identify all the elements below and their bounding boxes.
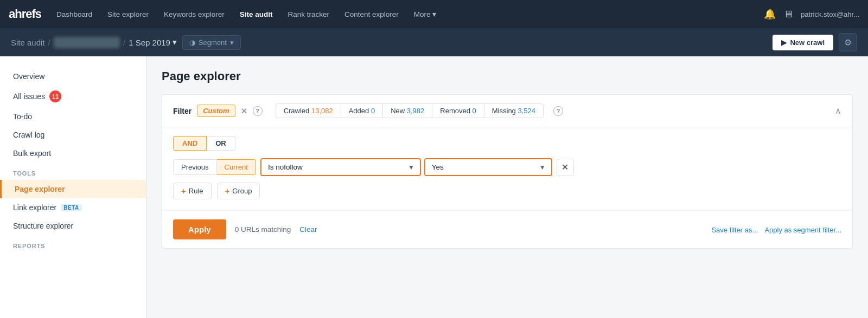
sidebar-item-crawl-log-label: Crawl log — [13, 131, 44, 139]
filter-chips: Crawled 13,082 Added 0 New 3,982 Removed… — [276, 103, 544, 118]
pie-icon: ◑ — [189, 38, 195, 47]
custom-tag[interactable]: Custom — [197, 105, 235, 117]
chip-removed-label: Removed — [440, 107, 472, 115]
filter-label: Filter — [173, 107, 192, 115]
nav-dashboard[interactable]: Dashboard — [50, 7, 99, 22]
breadcrumb-sep1: / — [48, 38, 50, 47]
add-rule-label: Rule — [189, 187, 203, 195]
sub-header-right: ▶ New crawl ⚙ — [773, 33, 857, 51]
chip-crawled-num: 13,082 — [311, 107, 333, 115]
filter-help2-icon[interactable]: ? — [553, 106, 563, 116]
breadcrumb-date[interactable]: 1 Sep 2019 ▾ — [129, 37, 177, 47]
watermark-area: Save filter as... Apply as segment filte… — [711, 225, 841, 233]
chip-crawled-label: Crawled — [284, 107, 311, 115]
sidebar-item-all-issues[interactable]: All issues 11 — [0, 86, 146, 107]
chevron-down-icon: ▾ — [230, 38, 234, 47]
previous-button[interactable]: Previous — [173, 159, 217, 175]
filter-help-icon[interactable]: ? — [253, 106, 263, 116]
play-icon: ▶ — [781, 38, 787, 47]
filter-chip-removed[interactable]: Removed 0 — [432, 103, 483, 118]
chip-missing-label: Missing — [492, 107, 518, 115]
filter-card: Filter Custom ✕ ? Crawled 13,082 Added 0… — [162, 94, 853, 249]
segment-button[interactable]: ◑ Segment ▾ — [182, 35, 241, 50]
nav-right: 🔔 🖥 patrick.stox@ahr... — [764, 8, 859, 20]
plus-group-icon: + — [225, 186, 230, 196]
sidebar-reports-section: REPORTS — [0, 235, 146, 252]
sidebar: Overview All issues 11 To-do Crawl log B… — [0, 56, 146, 318]
bell-icon[interactable]: 🔔 — [764, 8, 776, 20]
sidebar-item-link-explorer[interactable]: Link explorer BETA — [0, 198, 146, 217]
sidebar-item-overview-label: Overview — [13, 72, 44, 81]
add-group-label: Group — [232, 187, 252, 195]
content-area: Page explorer Filter Custom ✕ ? Crawled … — [146, 56, 868, 318]
collapse-button[interactable]: ∧ — [835, 106, 841, 116]
or-button[interactable]: OR — [207, 136, 235, 151]
custom-close-icon[interactable]: ✕ — [241, 107, 247, 115]
filter-header: Filter Custom ✕ ? Crawled 13,082 Added 0… — [162, 95, 852, 127]
logo-hrefs: hrefs — [15, 7, 41, 21]
filter-chip-added[interactable]: Added 0 — [341, 103, 382, 118]
clear-link[interactable]: Clear — [299, 225, 317, 233]
nav-site-audit[interactable]: Site audit — [233, 7, 279, 22]
filter-chip-crawled[interactable]: Crawled 13,082 — [276, 103, 341, 118]
sub-header: Site audit / ██████████ / 1 Sep 2019 ▾ ◑… — [0, 28, 868, 56]
sidebar-item-bulk-export[interactable]: Bulk export — [0, 144, 146, 163]
filter-chip-missing[interactable]: Missing 3,524 — [484, 103, 544, 118]
logo-a: a — [9, 7, 15, 21]
new-crawl-button[interactable]: ▶ New crawl — [773, 35, 833, 50]
gear-icon: ⚙ — [844, 37, 852, 48]
value-arrow-icon: ▼ — [534, 164, 551, 171]
value-select-wrap: Yes ▼ — [424, 158, 552, 176]
breadcrumb-prefix: Site audit — [11, 38, 45, 47]
monitor-icon[interactable]: 🖥 — [783, 9, 793, 20]
sidebar-item-crawl-log[interactable]: Crawl log — [0, 126, 146, 144]
new-crawl-label: New crawl — [790, 38, 825, 47]
and-button[interactable]: AND — [173, 136, 207, 151]
sidebar-item-link-explorer-label: Link explorer — [13, 203, 56, 212]
breadcrumb-date-text: 1 Sep 2019 — [129, 38, 170, 47]
sidebar-item-todo[interactable]: To-do — [0, 107, 146, 126]
filter-chip-new[interactable]: New 3,982 — [382, 103, 432, 118]
nav-more[interactable]: More ▾ — [407, 7, 443, 22]
chip-removed-num: 0 — [473, 107, 476, 115]
nav-rank-tracker[interactable]: Rank tracker — [281, 7, 336, 22]
chevron-down-icon: ▾ — [432, 10, 436, 18]
filter-row: Previous Current Is nofollow ▼ Yes ▼ — [173, 158, 841, 176]
sidebar-item-all-issues-label: All issues — [13, 92, 45, 101]
nav-content-explorer[interactable]: Content explorer — [338, 7, 405, 22]
sidebar-item-page-explorer-label: Page explorer — [15, 185, 65, 193]
sidebar-item-structure-explorer-label: Structure explorer — [13, 222, 73, 230]
chip-missing-num: 3,524 — [518, 107, 535, 115]
delete-row-button[interactable]: ✕ — [557, 159, 574, 176]
main-layout: Overview All issues 11 To-do Crawl log B… — [0, 56, 868, 318]
settings-button[interactable]: ⚙ — [839, 33, 857, 51]
save-filter-link[interactable]: Save filter as... — [711, 225, 758, 233]
and-or-group: AND OR — [173, 136, 841, 151]
chip-new-num: 3,982 — [407, 107, 425, 115]
sidebar-item-structure-explorer[interactable]: Structure explorer — [0, 217, 146, 235]
chip-new-label: New — [391, 107, 407, 115]
sidebar-item-overview[interactable]: Overview — [0, 67, 146, 86]
current-button[interactable]: Current — [217, 159, 256, 175]
filter-footer: Apply 0 URLs matching Clear Save filter … — [162, 210, 852, 248]
value-select[interactable]: Yes — [425, 159, 534, 175]
condition-select[interactable]: Is nofollow — [261, 159, 403, 175]
prev-curr-group: Previous Current — [173, 159, 256, 175]
breadcrumb: Site audit / ██████████ / 1 Sep 2019 ▾ — [11, 37, 177, 48]
apply-button[interactable]: Apply — [173, 219, 226, 239]
breadcrumb-site[interactable]: ██████████ — [54, 37, 120, 48]
condition-select-wrap: Is nofollow ▼ — [260, 158, 421, 176]
sidebar-item-page-explorer[interactable]: Page explorer — [0, 180, 146, 198]
logo[interactable]: ahrefs — [9, 7, 41, 21]
user-email[interactable]: patrick.stox@ahr... — [801, 10, 859, 18]
top-nav: ahrefs Dashboard Site explorer Keywords … — [0, 0, 868, 28]
chevron-down-icon: ▾ — [173, 37, 177, 47]
nav-keywords-explorer[interactable]: Keywords explorer — [157, 7, 231, 22]
add-rule-button[interactable]: + Rule — [173, 183, 212, 199]
nav-site-explorer[interactable]: Site explorer — [101, 7, 155, 22]
chip-added-num: 0 — [371, 107, 375, 115]
breadcrumb-sep2: / — [123, 38, 125, 47]
add-group-button[interactable]: + Group — [217, 183, 260, 199]
sidebar-item-todo-label: To-do — [13, 112, 32, 121]
apply-segment-link[interactable]: Apply as segment filter... — [764, 225, 841, 233]
